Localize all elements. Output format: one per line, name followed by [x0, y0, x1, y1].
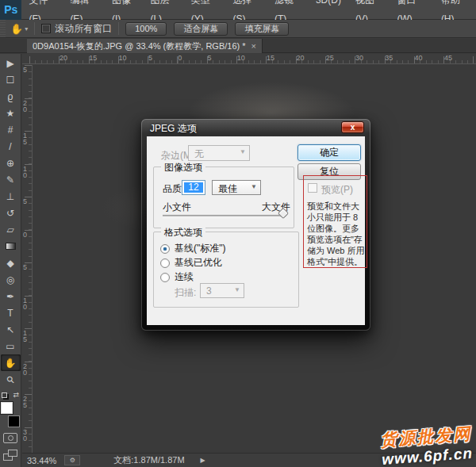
path-selection-tool-icon: ↖ [6, 324, 14, 335]
crop-tool[interactable]: # [1, 121, 21, 138]
format-radio-option[interactable]: 连续 [160, 270, 194, 284]
color-swatches [1, 402, 20, 427]
preview-note-text: 预览和文件大小只能用于 8 位图像。更多预览选项在"存储为 Web 所用格式"中… [307, 201, 365, 267]
blur-tool[interactable]: ◆ [1, 255, 21, 271]
dialog-close-button[interactable]: x [341, 121, 364, 133]
radio-label: 基线("标准") [175, 242, 226, 255]
radio-label: 基线已优化 [175, 256, 222, 270]
format-radio-option[interactable]: 基线已优化 [160, 256, 222, 270]
preview-checkbox [308, 183, 317, 193]
format-options-legend: 格式选项 [161, 226, 205, 239]
shape-tool[interactable]: ▭ [1, 338, 21, 354]
eraser-tool[interactable]: ▱ [1, 221, 21, 238]
pen-tool-icon: ✒ [6, 291, 14, 302]
ruler-label: 1 5 [23, 132, 27, 145]
ok-button[interactable]: 确定 [298, 144, 361, 161]
move-tool-icon: ▶ [6, 58, 13, 69]
marquee-tool[interactable]: ☐ [1, 71, 21, 88]
history-brush-tool[interactable]: ↺ [1, 205, 21, 221]
lasso-tool[interactable]: ϱ [1, 88, 21, 105]
ruler-label: 1 5 [23, 330, 27, 343]
move-tool[interactable]: ▶ [1, 55, 21, 71]
ruler-label: 20 [60, 54, 67, 62]
hand-tool[interactable]: ✋ [1, 354, 21, 371]
options-bar-button[interactable]: 适合屏幕 [174, 22, 228, 36]
eyedropper-tool[interactable]: / [1, 138, 21, 155]
clone-stamp-tool[interactable]: ⊥ [1, 188, 21, 205]
radio-button-icon [160, 244, 170, 254]
status-icon[interactable]: ⚙ [64, 455, 80, 465]
document-tab[interactable]: 0D9A0154-恢复的.JPG @ 33.4% (教程教学, RGB/16) … [27, 39, 263, 53]
dropdown-arrow-icon: ▼ [251, 183, 257, 190]
dodge-tool-icon: ◎ [6, 274, 14, 285]
ruler-label: 0 [23, 232, 27, 238]
quality-preset-dropdown[interactable]: 最佳 ▼ [212, 180, 261, 195]
zoom-level-field[interactable]: 33.44% [27, 456, 56, 465]
ruler-label: 1 0 [23, 297, 27, 310]
healing-brush-tool[interactable]: ⊕ [1, 155, 21, 171]
color-mini-row: ⇄ [2, 391, 19, 399]
type-tool[interactable]: T [1, 304, 21, 321]
scans-dropdown: 3 ▼ [200, 283, 244, 298]
magic-wand-tool[interactable]: ★ [1, 105, 21, 121]
zoom-tool[interactable]: ⚲ [1, 371, 21, 388]
document-tab-title: 0D9A0154-恢复的.JPG @ 33.4% (教程教学, RGB/16) … [33, 40, 246, 52]
status-flyout-arrow-icon[interactable]: ▶ [201, 457, 205, 464]
quick-mask-button[interactable] [3, 433, 17, 443]
screen-mode-icon [8, 450, 17, 457]
image-options-legend: 图像选项 [161, 161, 205, 174]
ruler-label: 5 [23, 67, 27, 73]
ruler-label: 40 [415, 54, 423, 62]
path-selection-tool[interactable]: ↖ [1, 321, 21, 338]
ruler-label: 5 [23, 264, 27, 270]
image-options-group: 图像选项 品质(Q): 12 最佳 ▼ 小文件 大文件 [153, 167, 294, 228]
tool-options-bar: ✋ ▾ 滚动所有窗口 100%适合屏幕填充屏幕 [0, 20, 476, 38]
foreground-color-swatch[interactable] [1, 402, 13, 414]
healing-brush-tool-icon: ⊕ [6, 158, 14, 169]
chevron-down-icon[interactable]: ▾ [25, 25, 28, 33]
ruler-label: 0 [178, 54, 182, 62]
ruler-label: 35 [385, 54, 393, 62]
swap-colors-icon[interactable]: ⇄ [13, 391, 19, 399]
quality-input[interactable]: 12 [182, 180, 205, 195]
preview-annotation-box: 预览(P) 预览和文件大小只能用于 8 位图像。更多预览选项在"存储为 Web … [303, 175, 367, 268]
quality-value: 12 [184, 182, 203, 193]
tool-list: ▶☐ϱ★#/⊕✎⊥↺▱◆◎✒T↖▭✋⚲ [1, 55, 21, 388]
document-tab-bar: 0D9A0154-恢复的.JPG @ 33.4% (教程教学, RGB/16) … [0, 39, 476, 53]
quick-mask-icon [8, 435, 13, 441]
gradient-tool[interactable] [1, 238, 21, 255]
format-radio-option[interactable]: 基线("标准") [160, 242, 226, 255]
eraser-tool-icon: ▱ [6, 224, 13, 235]
small-file-label: 小文件 [163, 201, 191, 214]
ruler-label: 5 [23, 198, 27, 205]
radio-label: 连续 [175, 270, 194, 284]
photoshop-logo: Ps [0, 0, 21, 20]
ruler-label: 10 [237, 54, 245, 62]
tab-close-icon[interactable]: × [251, 41, 256, 51]
dodge-tool[interactable]: ◎ [1, 271, 21, 288]
format-options-group: 格式选项 基线("标准")基线已优化连续 扫描: 3 ▼ [153, 232, 299, 308]
pen-tool[interactable]: ✒ [1, 288, 21, 304]
blur-tool-icon: ◆ [6, 258, 13, 269]
background-color-swatch[interactable] [8, 415, 20, 427]
horizontal-ruler: 2015105051015202530354045 [22, 54, 476, 64]
brush-tool[interactable]: ✎ [1, 171, 21, 188]
screen-mode-button[interactable] [3, 450, 17, 461]
preview-checkbox-label: 预览(P) [321, 183, 353, 197]
hand-tool-icon: ✋ [5, 358, 17, 369]
scroll-all-windows-checkbox[interactable] [41, 24, 51, 33]
brush-tool-icon: ✎ [6, 174, 14, 186]
ruler-label: 3 0 [23, 429, 27, 442]
quality-slider-track[interactable] [163, 215, 286, 217]
default-colors-icon[interactable] [2, 392, 7, 398]
scroll-all-windows-label: 滚动所有窗口 [55, 22, 112, 36]
ruler-label: 5 [148, 54, 152, 62]
options-bar-button[interactable]: 填充屏幕 [235, 22, 289, 36]
hand-tool-icon[interactable]: ✋ [10, 23, 23, 35]
jpeg-options-dialog: JPEG 选项 x 杂边(M): 无 ▼ 确定 复位 图像选项 品质(Q): 1… [141, 119, 370, 331]
ruler-label: 2 0 [23, 363, 27, 376]
ruler-label: 30 [355, 54, 363, 62]
options-bar-button[interactable]: 100% [125, 22, 167, 36]
ruler-label: 20 [296, 54, 304, 62]
history-brush-tool-icon: ↺ [6, 208, 14, 219]
